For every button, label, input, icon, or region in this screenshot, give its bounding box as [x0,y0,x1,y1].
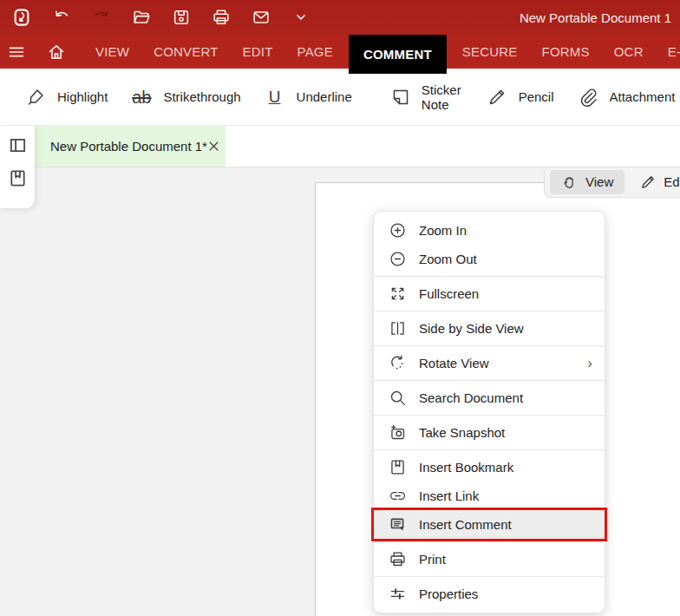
more-chevron-down-icon[interactable] [290,6,312,29]
zoom-out-icon [388,250,407,269]
ribbon-tab-page[interactable]: PAGE [289,35,342,69]
document-tab-label: New Portable Document 1* [50,139,207,154]
titlebar: New Portable Document 1 [0,0,680,35]
menu-item-take-snapshot[interactable]: Take Snapshot [374,418,605,447]
menu-separator [374,415,605,416]
highlight-label: Highlight [57,89,108,104]
side-by-side-icon [388,319,407,338]
app-logo-icon [10,6,33,29]
menu-item-zoom-in[interactable]: Zoom In [374,216,605,245]
edit-mode-label: Edit [664,174,680,189]
open-file-icon[interactable] [130,6,153,29]
document-tab[interactable]: New Portable Document 1* [36,126,226,167]
save-icon[interactable] [170,6,193,29]
menu-item-side-by-side[interactable]: Side by Side View [374,314,605,343]
sticker-note-icon [390,86,411,108]
ribbon-tab-esign[interactable]: E-SIGN [659,35,680,69]
pencil-icon [486,86,508,108]
window-title: New Portable Document 1 [520,10,671,25]
mode-toggle: View Edit [544,167,680,198]
ribbon-tab-edit[interactable]: EDIT [234,35,282,69]
bookmark-icon [388,458,407,477]
menu-item-fullscreen[interactable]: Fullscreen [374,279,605,308]
context-menu: Zoom In Zoom Out Fullscreen Side by Side… [373,211,605,613]
ribbon-tab-comment[interactable]: COMMENT [349,35,447,74]
workspace: View Edit Zoom In Zoom Out Fullscreen [0,167,680,616]
submenu-arrow-icon: › [587,356,605,370]
menu-separator [374,576,605,577]
menu-item-insert-comment[interactable]: Insert Comment [374,510,605,539]
ribbon-tab-forms[interactable]: FORMS [533,35,598,69]
ribbon-tab-secure[interactable]: SECURE [454,35,526,69]
print-icon[interactable] [210,6,232,29]
underline-label: Underline [297,89,352,104]
menu-separator [374,541,605,542]
menu-item-properties[interactable]: Properties [374,580,605,608]
menu-separator [374,380,605,381]
menu-item-insert-link[interactable]: Insert Link [374,482,605,510]
edit-mode-button[interactable]: Edit [628,170,680,194]
attachment-tool[interactable]: Attachment [577,86,676,108]
ribbon-tab-view[interactable]: VIEW [87,35,138,69]
comment-icon [388,515,407,534]
menu-separator [374,449,605,450]
bookmarks-panel-icon[interactable] [6,167,29,189]
highlight-tool[interactable]: Highlight [24,86,108,108]
fullscreen-icon [388,285,407,304]
printer-icon [388,550,407,569]
menu-separator [374,311,605,311]
view-mode-label: View [585,174,613,189]
underline-icon: U [264,86,286,108]
ribbon-tab-convert[interactable]: CONVERT [145,35,226,69]
document-tabstrip: New Portable Document 1* [0,126,680,167]
home-icon[interactable] [47,41,66,63]
menu-item-rotate-view[interactable]: Rotate View › [374,349,605,377]
sticker-note-label: Sticker Note [422,82,463,112]
undo-icon[interactable] [50,6,73,29]
menu-item-zoom-out[interactable]: Zoom Out [374,245,605,273]
sticker-note-tool[interactable]: Sticker Note [390,82,463,112]
rotate-view-icon [388,354,407,373]
hand-icon [561,174,579,191]
hamburger-menu-icon[interactable] [7,41,26,63]
underline-tool[interactable]: U Underline [264,86,352,108]
menu-item-search-document[interactable]: Search Document [374,383,605,412]
panel-toggle-icon[interactable] [6,134,29,156]
highlighter-icon [24,86,47,108]
close-icon[interactable] [207,138,220,155]
search-icon [388,389,407,408]
link-icon [388,487,407,506]
properties-sliders-icon [388,585,407,604]
menu-item-print[interactable]: Print [374,545,605,573]
menu-item-insert-bookmark[interactable]: Insert Bookmark [374,453,605,482]
strikethrough-tool[interactable]: ab Strikethrough [130,86,240,108]
comment-toolbar: Highlight ab Strikethrough U Underline S… [0,69,680,126]
ribbon-tab-ocr[interactable]: OCR [605,35,652,69]
redo-icon [90,6,113,29]
pencil-label: Pencil [519,89,554,104]
zoom-in-icon [388,221,407,240]
strikethrough-label: Strikethrough [163,89,240,104]
strikethrough-icon: ab [130,86,153,108]
menu-separator [374,345,605,346]
attachment-label: Attachment [610,89,676,104]
left-sidebar [0,126,36,209]
paperclip-icon [577,86,599,108]
snapshot-camera-icon [388,423,407,442]
view-mode-button[interactable]: View [550,170,624,194]
email-icon[interactable] [250,6,272,29]
menu-separator [374,276,605,277]
pencil-icon [639,174,657,191]
pencil-tool[interactable]: Pencil [486,86,554,108]
ribbon: VIEW CONVERT EDIT PAGE COMMENT SECURE FO… [0,35,680,69]
